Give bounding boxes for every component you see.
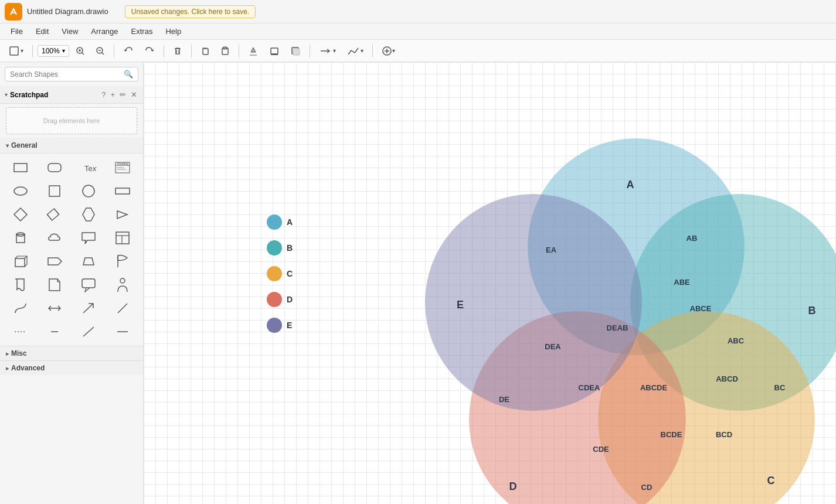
toolbar-sep-7 [372,45,373,57]
shape-line[interactable] [107,321,138,342]
legend-item-d: D [267,292,293,307]
undo-button[interactable] [119,43,138,59]
shape-cylinder[interactable] [5,227,36,248]
unsaved-badge[interactable]: Unsaved changes. Click here to save. [125,5,256,18]
scratchpad-edit-icon[interactable]: ✏ [118,89,127,100]
shape-trapezoid[interactable] [73,251,104,272]
shape-hexagon[interactable] [73,204,104,225]
shape-wide-rect[interactable] [107,181,138,202]
general-chevron-icon: ▾ [6,142,9,149]
label-abce: ABCE [690,304,712,313]
connector-button[interactable]: ▾ [315,43,340,59]
shape-text[interactable]: Text [73,157,104,178]
general-section-header[interactable]: ▾ General [0,138,143,154]
scratchpad-help-icon[interactable]: ? [100,89,107,100]
svg-rect-45 [15,258,25,267]
shape-ellipse[interactable] [5,181,36,202]
zoom-in-button[interactable] [72,44,89,58]
toolbar: ▾ 100% ▾ ▾ ▾ [0,40,836,62]
shape-speech-bubble[interactable] [73,274,104,295]
line-color-button[interactable] [265,43,284,59]
menu-extras[interactable]: Extras [125,25,159,38]
misc-section-header[interactable]: ▸ Misc [0,346,143,360]
shape-callout[interactable] [73,227,104,248]
legend-circle-e [267,318,282,333]
svg-marker-48 [83,258,94,265]
label-bcd: BCD [716,430,732,439]
shape-diagonal-up[interactable] [73,321,104,342]
svg-point-34 [83,185,94,197]
general-section-label: General [11,141,38,149]
shape-label[interactable]: Reading [107,157,138,178]
waypoint-button[interactable]: ▾ [342,43,368,59]
shadow-button[interactable] [286,43,305,59]
search-box[interactable]: 🔍 [5,67,138,81]
shape-table[interactable] [107,227,138,248]
toolbar-sep-4 [191,45,192,57]
shape-folded-doc[interactable] [39,274,70,295]
svg-marker-36 [14,208,27,221]
zoom-control[interactable]: 100% ▾ [38,45,69,57]
label-cdea: CDEA [579,383,600,392]
label-d: D [509,481,517,492]
main-layout: 🔍 ▾ Scratchpad ? + ✏ ✕ Drag elements her… [0,62,836,504]
svg-point-51 [120,278,125,283]
shape-document[interactable] [5,274,36,295]
scratchpad-add-icon[interactable]: + [109,89,116,100]
shape-rounded-rect[interactable] [39,157,70,178]
titlebar: Untitled Diagram.drawio Unsaved changes.… [0,0,836,23]
shape-dotted-line[interactable] [5,321,36,342]
canvas[interactable]: A B C D E .ven [144,62,836,504]
menu-view[interactable]: View [56,25,84,38]
label-deab: DEAB [607,323,628,332]
shape-circle[interactable] [73,181,104,202]
advanced-section-header[interactable]: ▸ Advanced [0,360,143,375]
svg-line-6 [82,53,84,55]
legend-circle-d [267,292,282,307]
svg-marker-37 [46,209,60,220]
shape-short-line[interactable] [39,321,70,342]
shape-triangle-right[interactable] [107,204,138,225]
svg-rect-12 [203,49,208,55]
shape-person[interactable] [107,274,138,295]
redo-button[interactable] [140,43,159,59]
shape-cloud[interactable] [39,227,70,248]
toolbar-sep-2 [114,45,114,57]
shape-arrow-process[interactable] [39,251,70,272]
label-cd: CD [641,483,653,492]
search-input[interactable] [10,70,120,79]
paste-button[interactable] [216,44,234,58]
legend: A B C D E [267,214,293,333]
shape-double-arrow[interactable] [39,298,70,319]
shape-s-curve[interactable] [5,298,36,319]
label-bcde: BCDE [661,430,682,439]
menu-edit[interactable]: Edit [30,25,55,38]
legend-item-c: C [267,266,293,281]
legend-item-a: A [267,214,293,230]
fill-color-button[interactable] [244,43,263,59]
menu-file[interactable]: File [5,25,29,38]
shape-box3d[interactable] [5,251,36,272]
shape-flag[interactable] [107,251,138,272]
svg-rect-2 [10,47,18,55]
legend-label-c: C [287,269,293,278]
misc-chevron-icon: ▸ [6,350,9,357]
shape-diamond[interactable] [5,204,36,225]
shape-diagonal-line[interactable] [107,298,138,319]
shape-rhombus[interactable] [39,204,70,225]
copy-button[interactable] [196,44,214,58]
advanced-section-label: Advanced [11,364,45,372]
menu-arrange[interactable]: Arrange [85,25,124,38]
menu-help[interactable]: Help [159,25,187,38]
shape-square[interactable] [39,181,70,202]
shape-up-right-arrow[interactable] [73,298,104,319]
svg-rect-35 [115,188,130,194]
insert-button[interactable]: ▾ [378,43,399,59]
toolbar-sep-6 [310,45,310,57]
delete-button[interactable] [169,44,186,58]
zoom-out-button[interactable] [91,44,109,58]
label-b: B [808,305,816,316]
format-button[interactable]: ▾ [5,43,28,59]
shape-rectangle[interactable] [5,157,36,178]
scratchpad-close-icon[interactable]: ✕ [130,89,138,100]
